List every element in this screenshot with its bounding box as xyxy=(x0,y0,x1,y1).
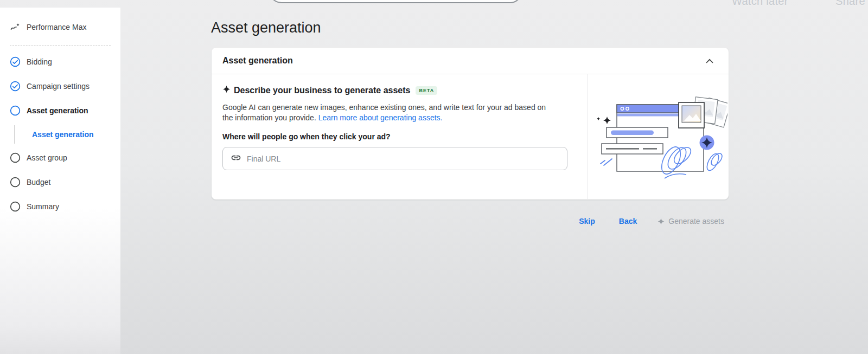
upcoming-step-icon xyxy=(10,201,21,212)
sidebar-item-campaign-settings[interactable]: Campaign settings xyxy=(10,80,120,93)
card-illustration-area xyxy=(588,74,729,199)
sidebar-item-asset-generation[interactable]: Asset generation xyxy=(10,104,120,117)
generate-assets-button[interactable]: Generate assets xyxy=(658,217,729,226)
link-icon xyxy=(231,152,241,165)
card-header-toggle[interactable]: Asset generation xyxy=(212,48,729,74)
generate-assets-label: Generate assets xyxy=(668,217,724,226)
sidebar-item-label: Campaign settings xyxy=(27,82,90,91)
page-title: Asset generation xyxy=(211,20,321,36)
final-url-question: Where will people go when they click you… xyxy=(222,132,588,141)
section-description: Google AI can generate new images, enhan… xyxy=(222,102,547,123)
campaign-stepper-sidebar: Performance Max Bidding Campaign setting… xyxy=(0,8,120,354)
performance-max-icon xyxy=(10,22,21,33)
sidebar-item-label: Asset group xyxy=(27,153,67,162)
upcoming-step-icon xyxy=(10,152,21,163)
card-form-area: Describe your business to generate asset… xyxy=(212,74,588,199)
sidebar-item-budget[interactable]: Budget xyxy=(10,176,120,189)
section-title: Describe your business to generate asset… xyxy=(234,86,410,95)
sidebar-item-summary[interactable]: Summary xyxy=(10,200,120,213)
search-input[interactable] xyxy=(269,0,522,3)
sparkle-icon xyxy=(222,85,231,95)
skip-button[interactable]: Skip xyxy=(579,217,595,226)
upcoming-step-icon xyxy=(10,177,21,188)
sidebar-item-label: Summary xyxy=(27,202,59,211)
current-step-icon xyxy=(10,105,21,116)
section-heading-row: Describe your business to generate asset… xyxy=(222,85,588,95)
watch-later-button[interactable]: Watch later xyxy=(732,0,788,8)
sidebar-item-label: Budget xyxy=(27,178,50,186)
learn-more-link[interactable]: Learn more about generating assets. xyxy=(318,113,443,122)
sidebar-divider xyxy=(10,45,111,46)
sidebar-item-label: Asset generation xyxy=(27,106,88,115)
final-url-field[interactable] xyxy=(222,147,567,170)
card-title: Asset generation xyxy=(222,56,293,66)
sidebar-substep-asset-generation[interactable]: Asset generation xyxy=(14,125,120,144)
sidebar-substep-label: Asset generation xyxy=(32,130,94,139)
beta-badge: BETA xyxy=(416,86,437,95)
final-url-input[interactable] xyxy=(247,155,559,163)
sparkle-icon xyxy=(658,218,665,225)
sidebar-item-label: Bidding xyxy=(27,57,52,66)
screen: Watch later Share Performance Max xyxy=(0,0,868,354)
completed-step-icon xyxy=(10,56,21,67)
step-footer-actions: Skip Back Generate assets xyxy=(212,217,729,226)
card-body: Describe your business to generate asset… xyxy=(212,74,729,199)
completed-step-icon xyxy=(10,81,21,92)
asset-generation-card: Asset generation Describe your business … xyxy=(212,48,729,199)
asset-generation-illustration xyxy=(590,83,727,190)
sidebar-item-label: Performance Max xyxy=(27,23,86,31)
chevron-up-icon[interactable] xyxy=(704,55,716,67)
sidebar-item-performance-max[interactable]: Performance Max xyxy=(10,21,120,34)
back-button[interactable]: Back xyxy=(619,217,637,226)
sidebar-item-asset-group[interactable]: Asset group xyxy=(10,151,120,164)
share-button[interactable]: Share xyxy=(835,0,865,8)
sidebar-item-bidding[interactable]: Bidding xyxy=(10,55,120,68)
